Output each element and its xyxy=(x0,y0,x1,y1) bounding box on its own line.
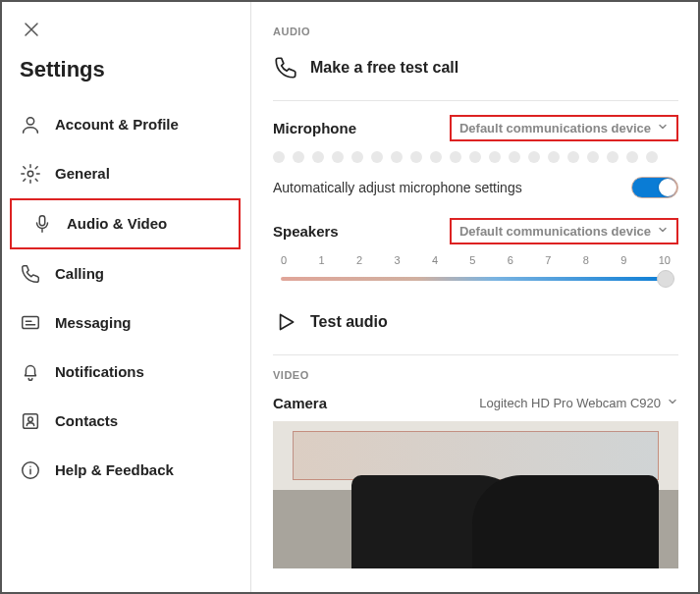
test-audio-button[interactable]: Test audio xyxy=(273,305,678,349)
settings-title: Settings xyxy=(2,57,250,100)
test-call-label: Make a free test call xyxy=(310,59,458,77)
sidebar-item-label: Contacts xyxy=(55,412,118,429)
sidebar-item-general[interactable]: General xyxy=(2,149,250,198)
settings-content: AUDIO Make a free test call Microphone D… xyxy=(251,2,698,592)
message-icon xyxy=(20,312,41,334)
gear-icon xyxy=(20,163,41,185)
sidebar-item-label: General xyxy=(55,165,110,182)
camera-preview xyxy=(273,421,678,568)
settings-sidebar: Settings Account & Profile General Audio… xyxy=(2,2,251,592)
sidebar-item-account[interactable]: Account & Profile xyxy=(2,100,250,149)
phone-icon xyxy=(20,263,41,285)
camera-label: Camera xyxy=(273,395,327,411)
camera-device-value: Logitech HD Pro Webcam C920 xyxy=(479,396,661,410)
microphone-device-dropdown[interactable]: Default communications device xyxy=(450,115,678,141)
sidebar-item-label: Audio & Video xyxy=(67,215,167,232)
sidebar-item-label: Help & Feedback xyxy=(55,461,174,478)
speaker-volume-slider[interactable] xyxy=(281,268,671,290)
sidebar-item-contacts[interactable]: Contacts xyxy=(2,397,250,446)
test-audio-label: Test audio xyxy=(310,313,388,331)
sidebar-item-label: Notifications xyxy=(55,363,144,380)
bell-icon xyxy=(20,361,41,383)
svg-point-1 xyxy=(27,171,33,177)
chevron-down-icon xyxy=(667,396,678,410)
close-button[interactable] xyxy=(20,18,43,41)
info-icon xyxy=(20,459,41,481)
sidebar-item-label: Account & Profile xyxy=(55,116,179,133)
sidebar-item-calling[interactable]: Calling xyxy=(2,249,250,298)
auto-adjust-toggle[interactable] xyxy=(631,177,678,198)
sidebar-item-label: Messaging xyxy=(55,314,132,331)
microphone-level-meter xyxy=(273,151,678,163)
svg-rect-3 xyxy=(23,316,39,328)
mic-icon xyxy=(31,213,53,235)
sidebar-item-audio-video[interactable]: Audio & Video xyxy=(14,202,237,245)
microphone-label: Microphone xyxy=(273,120,356,136)
phone-icon xyxy=(273,55,298,81)
contacts-icon xyxy=(20,410,41,432)
svg-point-0 xyxy=(27,117,33,124)
speakers-label: Speakers xyxy=(273,223,339,240)
sidebar-item-label: Calling xyxy=(55,265,104,282)
audio-section-header: AUDIO xyxy=(273,26,678,37)
chevron-down-icon xyxy=(657,121,669,135)
microphone-device-value: Default communications device xyxy=(459,121,651,135)
divider xyxy=(273,354,678,355)
svg-rect-2 xyxy=(39,215,45,225)
play-icon xyxy=(273,309,298,335)
svg-point-5 xyxy=(28,416,33,421)
speakers-device-value: Default communications device xyxy=(459,224,651,239)
sidebar-item-notifications[interactable]: Notifications xyxy=(2,348,250,397)
user-icon xyxy=(20,114,41,135)
speakers-device-dropdown[interactable]: Default communications device xyxy=(450,218,678,244)
auto-adjust-label: Automatically adjust microphone settings xyxy=(273,180,522,195)
sidebar-item-messaging[interactable]: Messaging xyxy=(2,298,250,348)
camera-device-dropdown[interactable]: Logitech HD Pro Webcam C920 xyxy=(479,396,678,410)
chevron-down-icon xyxy=(657,224,669,239)
video-section-header: VIDEO xyxy=(273,369,678,381)
test-call-button[interactable]: Make a free test call xyxy=(273,51,678,94)
close-icon xyxy=(24,22,39,37)
divider xyxy=(273,100,678,101)
speaker-volume-ticks: 012345678910 xyxy=(281,254,671,266)
sidebar-item-help[interactable]: Help & Feedback xyxy=(2,446,250,495)
